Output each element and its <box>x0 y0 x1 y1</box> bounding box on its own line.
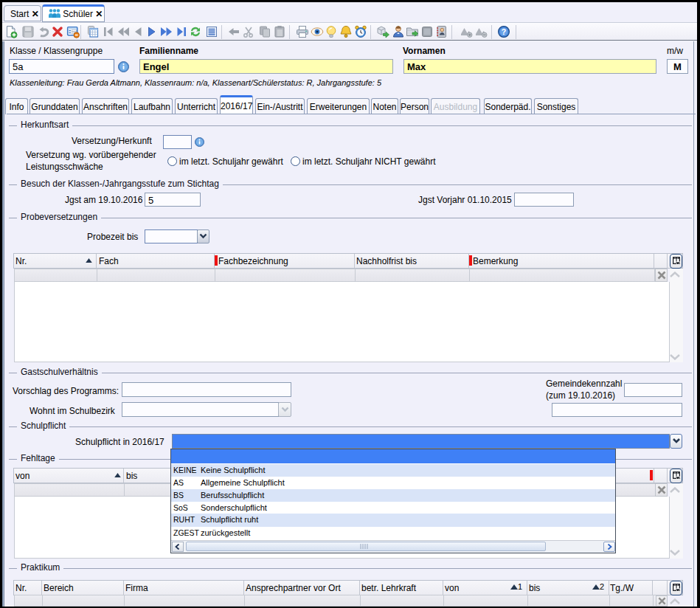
svg-text:?: ? <box>502 27 506 36</box>
